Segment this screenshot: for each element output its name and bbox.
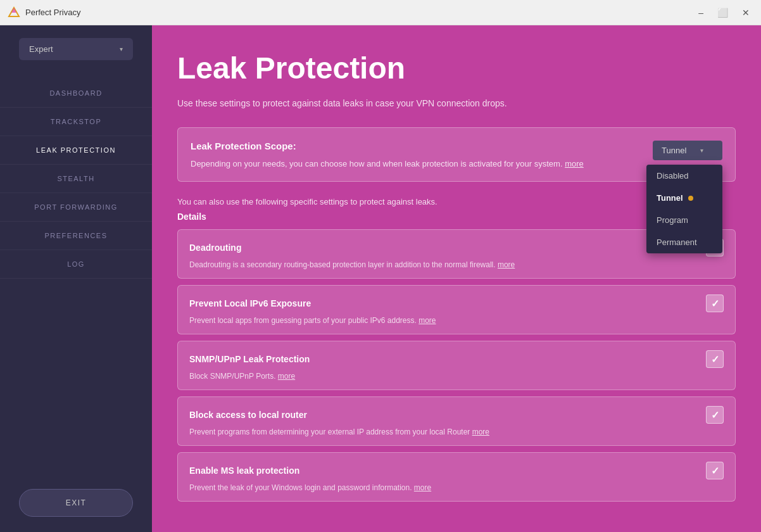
- selected-indicator: [688, 196, 693, 201]
- app-logo: [8, 6, 20, 19]
- feature-card-block-router-text: Prevent programs from determining your e…: [189, 428, 724, 436]
- dropdown-option-permanent[interactable]: Permanent: [646, 231, 722, 253]
- block-router-more-link[interactable]: more: [472, 428, 489, 436]
- checkmark-icon: ✓: [711, 465, 719, 477]
- sidebar-item-leak-protection[interactable]: LEAK PROTECTION: [0, 136, 152, 165]
- tunnel-dropdown-button[interactable]: Tunnel ▾: [653, 141, 722, 160]
- dropdown-option-tunnel-label: Tunnel: [657, 193, 683, 203]
- sidebar-bottom: EXIT: [0, 489, 152, 532]
- feature-card-prevent-ipv6-text: Prevent local apps from guessing parts o…: [189, 316, 724, 325]
- ms-leak-checkbox[interactable]: ✓: [706, 462, 724, 479]
- dropdown-option-disabled-label: Disabled: [657, 171, 689, 180]
- scope-card-content: Leak Protection Scope: Depending on your…: [191, 141, 584, 168]
- snmp-upnp-checkbox[interactable]: ✓: [706, 350, 724, 368]
- feature-card-deadrouting-text: Deadrouting is a secondary routing-based…: [189, 260, 724, 269]
- ms-leak-more-link[interactable]: more: [414, 483, 431, 492]
- feature-card-snmp-upnp-title: SNMP/UPnP Leak Protection: [189, 354, 310, 364]
- feature-card-prevent-ipv6-title: Prevent Local IPv6 Exposure: [189, 298, 311, 308]
- dropdown-option-disabled[interactable]: Disabled: [646, 165, 722, 187]
- scope-card-text: Depending on your needs, you can choose …: [191, 159, 584, 168]
- deadrouting-more-link[interactable]: more: [498, 260, 515, 269]
- checkmark-icon: ✓: [711, 298, 719, 310]
- close-button[interactable]: ✕: [738, 6, 753, 19]
- chevron-down-icon: ▾: [120, 46, 123, 53]
- feature-card-block-router-top: Block access to local router ✓: [189, 406, 724, 424]
- feature-card-deadrouting-top: Deadrouting ✓: [189, 239, 724, 256]
- minimize-button[interactable]: –: [695, 6, 707, 19]
- dropdown-option-program[interactable]: Program: [646, 209, 722, 231]
- scope-dropdown-wrapper: Tunnel ▾ Disabled Tunnel Program: [653, 141, 722, 160]
- snmp-upnp-more-link[interactable]: more: [278, 372, 295, 381]
- sidebar-item-trackstop[interactable]: TRACKSTOP: [0, 108, 152, 136]
- sidebar-item-log[interactable]: LOG: [0, 250, 152, 279]
- main-content: Leak Protection Use these settings to pr…: [152, 25, 761, 532]
- tunnel-selected-label: Tunnel: [662, 146, 686, 155]
- block-router-checkbox[interactable]: ✓: [706, 406, 724, 424]
- sidebar-nav: DASHBOARD TRACKSTOP LEAK PROTECTION STEA…: [0, 79, 152, 279]
- feature-card-deadrouting-title: Deadrouting: [189, 243, 241, 253]
- feature-card-ms-leak-title: Enable MS leak protection: [189, 466, 299, 476]
- feature-card-ms-leak-text: Prevent the leak of your Windows login a…: [189, 483, 724, 492]
- dropdown-option-tunnel[interactable]: Tunnel: [646, 187, 722, 209]
- sidebar-item-dashboard[interactable]: DASHBOARD: [0, 79, 152, 108]
- tunnel-caret-icon: ▾: [700, 147, 703, 154]
- scope-more-link[interactable]: more: [565, 159, 584, 168]
- scope-card-header: Leak Protection Scope: Depending on your…: [191, 141, 722, 168]
- title-bar-app-name: Perfect Privacy: [25, 8, 80, 17]
- maximize-button[interactable]: ⬜: [714, 6, 732, 19]
- scope-dropdown-menu: Disabled Tunnel Program Permanent: [646, 165, 722, 253]
- title-bar: Perfect Privacy – ⬜ ✕: [0, 0, 761, 25]
- sidebar-item-stealth[interactable]: STEALTH: [0, 165, 152, 193]
- sidebar-item-port-forwarding[interactable]: PORT FORWARDING: [0, 193, 152, 222]
- prevent-ipv6-more-link[interactable]: more: [418, 316, 436, 325]
- sidebar: Expert ▾ DASHBOARD TRACKSTOP LEAK PROTEC…: [0, 25, 152, 532]
- scope-card: Leak Protection Scope: Depending on your…: [177, 127, 736, 182]
- expert-dropdown-button[interactable]: Expert ▾: [19, 38, 133, 60]
- sidebar-item-preferences[interactable]: PREFERENCES: [0, 222, 152, 250]
- feature-card-snmp-upnp-top: SNMP/UPnP Leak Protection ✓: [189, 350, 724, 368]
- checkmark-icon: ✓: [711, 353, 719, 365]
- dropdown-option-permanent-label: Permanent: [657, 238, 697, 247]
- app-body: Expert ▾ DASHBOARD TRACKSTOP LEAK PROTEC…: [0, 25, 761, 532]
- exit-button[interactable]: EXIT: [19, 489, 133, 517]
- feature-card-ms-leak-top: Enable MS leak protection ✓: [189, 462, 724, 479]
- feature-card-prevent-ipv6-top: Prevent Local IPv6 Exposure ✓: [189, 294, 724, 312]
- scope-card-title: Leak Protection Scope:: [191, 141, 584, 151]
- feature-card-snmp-upnp: SNMP/UPnP Leak Protection ✓ Block SNMP/U…: [177, 341, 736, 390]
- title-bar-controls: – ⬜ ✕: [695, 6, 753, 19]
- prevent-ipv6-checkbox[interactable]: ✓: [706, 294, 724, 312]
- feature-card-block-router: Block access to local router ✓ Prevent p…: [177, 396, 736, 446]
- dropdown-option-program-label: Program: [657, 215, 688, 225]
- checkmark-icon: ✓: [711, 409, 719, 421]
- feature-card-snmp-upnp-text: Block SNMP/UPnP Ports. more: [189, 372, 724, 381]
- title-bar-left: Perfect Privacy: [8, 6, 80, 19]
- page-title: Leak Protection: [177, 51, 736, 86]
- page-subtitle: Use these settings to protect against da…: [177, 98, 736, 108]
- feature-card-ms-leak: Enable MS leak protection ✓ Prevent the …: [177, 452, 736, 502]
- feature-card-prevent-ipv6: Prevent Local IPv6 Exposure ✓ Prevent lo…: [177, 285, 736, 334]
- feature-card-block-router-title: Block access to local router: [189, 410, 307, 420]
- expert-label: Expert: [29, 44, 53, 54]
